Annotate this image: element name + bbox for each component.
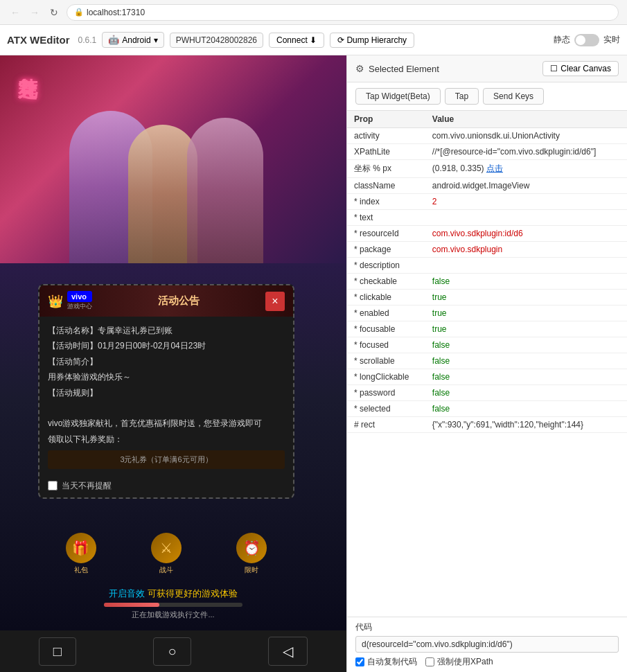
- icon-battle[interactable]: ⚔ 战斗: [151, 533, 182, 575]
- value-cell: false: [425, 369, 627, 385]
- lock-icon: 🔒: [74, 8, 84, 17]
- realtime-toggle[interactable]: [574, 34, 599, 46]
- table-row: * text: [347, 210, 627, 226]
- popup-line-6: [48, 401, 285, 415]
- platform-dropdown-icon: ▾: [154, 35, 158, 45]
- square-nav-button[interactable]: □: [39, 637, 76, 666]
- prop-cell: XPathLite: [347, 144, 425, 160]
- vivo-logo-box: vivo: [67, 291, 92, 302]
- connect-label: Connect ⬇: [276, 35, 317, 45]
- device-id: PWHUT20428002826: [176, 35, 257, 45]
- toggle-left-label: 静态: [554, 34, 570, 46]
- dump-hierarchy-button[interactable]: ⟳ Dump Hierarchy: [330, 33, 414, 48]
- tap-widget-label: Tap Widget(Beta): [366, 91, 430, 101]
- platform-button[interactable]: 🤖 Android ▾: [102, 32, 164, 48]
- app-version: 0.6.1: [78, 35, 97, 45]
- no-remind-checkbox[interactable]: [48, 481, 58, 490]
- right-panel-header: ⚙ Selected Element ☐ Clear Canvas: [347, 55, 627, 82]
- device-panel: 花之舞 👑 vivo 游戏中心 活动公: [0, 55, 346, 672]
- loading-area: 正在加载游戏执行文件...: [0, 603, 346, 620]
- battle-label: 战斗: [159, 565, 173, 575]
- popup-line-8: 领取以下礼券奖励：: [48, 432, 285, 446]
- send-keys-button[interactable]: Send Keys: [483, 88, 544, 105]
- value-cell: false: [425, 337, 627, 353]
- value-cell: true: [425, 306, 627, 321]
- dump-label: ⟳ Dump Hierarchy: [337, 35, 407, 45]
- value-cell: false: [425, 385, 627, 401]
- table-row: * enabledtrue: [347, 306, 627, 321]
- prop-cell: * description: [347, 258, 425, 274]
- loading-text: 正在加载游戏执行文件...: [0, 610, 346, 620]
- table-row: * packagecom.vivo.sdkplugin: [347, 242, 627, 258]
- vivo-subtitle: 游戏中心: [67, 302, 92, 311]
- prop-cell: # rect: [347, 417, 425, 433]
- popup-line-2: 【活动时间】01月29日00时-02月04日23时: [48, 339, 285, 353]
- value-cell: 2: [425, 194, 627, 210]
- force-xpath-checkbox-item: 强制使用XPath: [425, 656, 493, 668]
- table-row: * selectedfalse: [347, 401, 627, 417]
- forward-nav-button[interactable]: →: [28, 6, 42, 19]
- popup-line-4: 用券体验游戏的快乐～: [48, 370, 285, 384]
- prop-cell: * package: [347, 242, 425, 258]
- popup-checkbox-area: 当天不再提醒: [39, 476, 293, 497]
- auto-copy-label: 自动复制代码: [367, 656, 417, 668]
- loading-bar-inner: [104, 603, 159, 607]
- popup-line-1: 【活动名称】专属幸运礼券已到账: [48, 324, 285, 337]
- tap-button[interactable]: Tap: [445, 88, 479, 105]
- device-selector[interactable]: PWHUT20428002826: [170, 33, 263, 48]
- main-layout: 花之舞 👑 vivo 游戏中心 活动公: [0, 55, 627, 672]
- coordinate-link[interactable]: 点击: [486, 163, 503, 173]
- popup-close-button[interactable]: ×: [265, 292, 285, 311]
- connect-button[interactable]: Connect ⬇: [269, 33, 324, 48]
- system-nav-bar: □ ○ ◁: [0, 630, 346, 672]
- force-xpath-checkbox[interactable]: [425, 657, 434, 666]
- tap-widget-button[interactable]: Tap Widget(Beta): [355, 88, 441, 105]
- prop-column-header: Prop: [347, 111, 425, 128]
- value-cell[interactable]: (0.918, 0.335) 点击: [425, 160, 627, 178]
- icon-gift[interactable]: 🎁 礼包: [66, 533, 96, 575]
- properties-table: Prop Value activitycom.vivo.unionsdk.ui.…: [347, 111, 627, 433]
- right-panel: ⚙ Selected Element ☐ Clear Canvas Tap Wi…: [346, 55, 627, 672]
- clear-canvas-checkbox-icon: ☐: [550, 64, 558, 73]
- prop-cell: 坐标 % px: [347, 160, 425, 178]
- toggle-knob: [576, 35, 585, 45]
- reload-nav-button[interactable]: ↻: [47, 6, 61, 19]
- vivo-logo: vivo 游戏中心: [67, 291, 92, 311]
- auto-copy-checkbox[interactable]: [355, 657, 364, 666]
- popup-body: 【活动名称】专属幸运礼券已到账 【活动时间】01月29日00时-02月04日23…: [39, 317, 293, 476]
- value-cell: false: [425, 274, 627, 290]
- table-row: 坐标 % px(0.918, 0.335) 点击: [347, 160, 627, 178]
- table-row: XPathLite//*[@resource-id="com.vivo.sdkp…: [347, 144, 627, 160]
- app-name: ATX WEditor: [7, 34, 70, 46]
- prop-cell: activity: [347, 128, 425, 144]
- table-row: * resourceIdcom.vivo.sdkplugin:id/d6: [347, 226, 627, 242]
- code-input[interactable]: [355, 636, 619, 653]
- table-row: * index2: [347, 194, 627, 210]
- character-area: [55, 69, 291, 263]
- address-bar[interactable]: 🔒 localhost:17310: [67, 4, 619, 21]
- prop-cell: * checkable: [347, 274, 425, 290]
- battle-icon-circle: ⚔: [151, 533, 182, 563]
- value-column-header: Value: [425, 111, 627, 128]
- selected-element-text: Selected Element: [369, 64, 439, 74]
- audio-suffix: 可获得更好的游戏体验: [148, 588, 238, 599]
- clear-canvas-button[interactable]: ☐ Clear Canvas: [542, 61, 619, 76]
- selected-element-label: ⚙ Selected Element: [355, 63, 439, 74]
- auto-copy-checkbox-item: 自动复制代码: [355, 656, 417, 668]
- prop-cell: * resourceId: [347, 226, 425, 242]
- table-row: * checkablefalse: [347, 274, 627, 290]
- value-cell: com.vivo.unionsdk.ui.UnionActivity: [425, 128, 627, 144]
- back-nav-system-button[interactable]: ◁: [268, 637, 308, 666]
- device-screen[interactable]: 花之舞 👑 vivo 游戏中心 活动公: [0, 55, 346, 630]
- settings-icon: ⚙: [355, 63, 364, 74]
- icon-limited[interactable]: ⏰ 限时: [236, 533, 267, 575]
- table-row: classNameandroid.widget.ImageView: [347, 178, 627, 194]
- circle-nav-button[interactable]: ○: [153, 637, 191, 666]
- send-keys-label: Send Keys: [493, 91, 533, 101]
- value-cell: true: [425, 321, 627, 337]
- table-row: * passwordfalse: [347, 385, 627, 401]
- popup-scroll-hint: 3元礼券（订单满6元可用）: [48, 450, 285, 469]
- prop-cell: * focused: [347, 337, 425, 353]
- browser-bar: ← → ↻ 🔒 localhost:17310: [0, 0, 627, 25]
- back-nav-button[interactable]: ←: [8, 6, 22, 19]
